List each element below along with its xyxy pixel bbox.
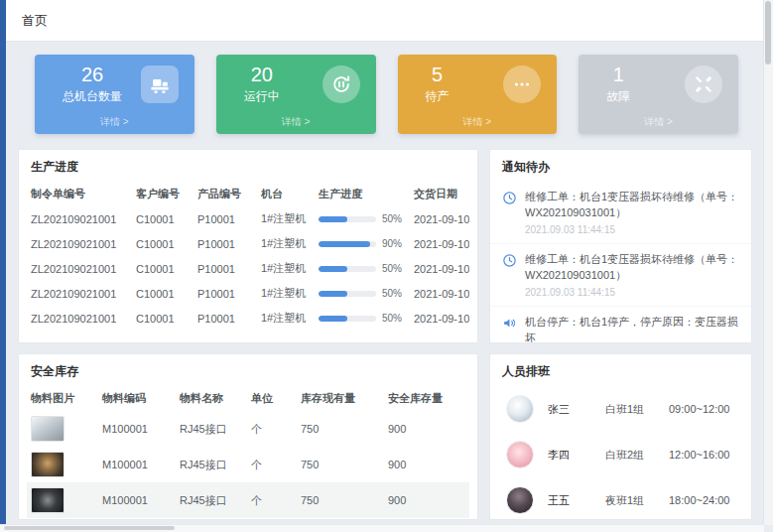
stat-card-running[interactable]: 20 运行中 详情 > <box>216 55 376 134</box>
stat-value: 26 <box>63 64 122 85</box>
production-row[interactable]: ZL202109021001 C10001 P10001 1#注塑机 50% 2… <box>27 206 469 231</box>
detail-link[interactable]: 详情 > <box>51 112 179 131</box>
col-material-image: 物料图片 <box>27 386 98 411</box>
cell-customer-no: C10001 <box>132 306 193 331</box>
stat-card-total-machines[interactable]: 26 总机台数量 详情 > <box>35 55 194 134</box>
stat-card-fault[interactable]: 1 故障 详情 > <box>579 55 738 134</box>
production-row[interactable]: ZL202109021001 C10001 P10001 1#注塑机 50% 2… <box>27 306 469 331</box>
col-product-no: 产品编号 <box>193 182 257 206</box>
stat-cards-row: 26 总机台数量 详情 > 20 运行中 详情 > <box>6 42 764 149</box>
cell-material-image <box>27 411 98 447</box>
notice-item[interactable]: 机台停产：机台1停产，停产原因：变压器损坏 2021.09.03 11:44:1… <box>490 307 751 343</box>
notice-time: 2021.09.03 11:44:15 <box>525 287 739 298</box>
material-photo <box>31 487 64 513</box>
cell-material-code: M100001 <box>98 411 176 447</box>
cell-order-no: ZL202109021001 <box>27 281 132 306</box>
cell-customer-no: C10001 <box>132 281 193 306</box>
col-progress: 生产进度 <box>315 182 410 206</box>
cell-material-image <box>27 482 98 518</box>
panel-title: 通知待办 <box>490 150 751 182</box>
machine-icon <box>141 66 179 103</box>
notice-body: 机台停产：机台1停产，停产原因：变压器损坏 2021.09.03 11:44:1… <box>525 315 739 343</box>
cell-delivery-date: 2021-09-10 <box>410 256 469 281</box>
notice-text: 维修工单：机台1变压器损坏待维修（单号：WX202109031001） <box>525 190 739 221</box>
person-name: 王五 <box>548 493 605 508</box>
notice-item[interactable]: 维修工单：机台1变压器损坏待维修（单号：WX202109031001） 2021… <box>490 182 751 244</box>
stat-info: 1 故障 <box>594 64 630 105</box>
person-time: 12:00~16:00 <box>669 449 729 461</box>
person-shift: 白班2组 <box>605 448 669 463</box>
cell-customer-no: C10001 <box>132 231 193 256</box>
sidebar-collapsed-strip[interactable] <box>0 0 6 525</box>
inventory-row[interactable]: M100001 RJ45接口 个 750 900 <box>27 411 469 447</box>
production-row[interactable]: ZL202109021001 C10001 P10001 1#注塑机 50% 2… <box>27 256 469 281</box>
progress-label: 50% <box>382 313 402 324</box>
cell-on-hand-qty: 750 <box>297 447 384 482</box>
stat-label: 待产 <box>426 88 450 105</box>
col-machine: 机台 <box>257 182 315 206</box>
inventory-row[interactable]: M100001 RJ45接口 个 750 900 <box>27 447 469 482</box>
cell-safety-qty: 900 <box>384 482 469 518</box>
fault-icon <box>685 66 722 103</box>
cell-material-name: RJ45接口 <box>176 411 247 447</box>
col-safety-qty: 安全库存量 <box>384 386 469 411</box>
inventory-row[interactable]: M100001 RJ45接口 个 750 900 <box>27 482 469 518</box>
schedule-row: 张三 白班1组 09:00~12:00 <box>490 386 751 432</box>
cell-material-name: RJ45接口 <box>176 482 247 518</box>
avatar <box>506 395 534 423</box>
cell-delivery-date: 2021-09-10 <box>410 231 469 256</box>
cell-material-code: M100001 <box>98 447 176 482</box>
horizontal-scrollbar[interactable] <box>0 524 764 532</box>
cell-order-no: ZL202109021001 <box>27 256 132 281</box>
stat-value: 20 <box>244 64 280 85</box>
cell-order-no: ZL202109021001 <box>27 206 132 231</box>
panel-title: 安全库存 <box>19 354 477 386</box>
cell-customer-no: C10001 <box>132 206 193 231</box>
progress-bar <box>319 216 376 222</box>
cell-order-no: ZL202109021001 <box>27 306 132 331</box>
cell-product-no: P10001 <box>193 206 257 231</box>
production-row[interactable]: ZL202109021001 C10001 P10001 1#注塑机 50% 2… <box>27 281 469 306</box>
inventory-header-row: 物料图片 物料编码 物料名称 单位 库存现有量 安全库存量 <box>27 386 469 411</box>
vertical-scrollbar[interactable] <box>763 0 773 525</box>
topbar: 首页 <box>6 0 764 42</box>
cell-safety-qty: 900 <box>384 447 469 482</box>
col-customer-no: 客户编号 <box>132 182 193 206</box>
col-material-name: 物料名称 <box>176 386 247 411</box>
horizontal-scrollbar-thumb[interactable] <box>4 526 175 530</box>
cell-progress: 90% <box>315 231 410 256</box>
detail-link[interactable]: 详情 > <box>232 112 360 131</box>
progress-label: 90% <box>382 238 402 249</box>
detail-link[interactable]: 详情 > <box>414 112 542 131</box>
detail-link[interactable]: 详情 > <box>594 112 722 131</box>
cell-product-no: P10001 <box>193 306 257 331</box>
vertical-scrollbar-thumb[interactable] <box>765 1 771 65</box>
stat-card-standby[interactable]: 5 待产 详情 > <box>398 55 558 134</box>
progress-bar <box>319 291 376 297</box>
cell-product-no: P10001 <box>193 256 257 281</box>
progress-bar <box>319 316 376 322</box>
col-on-hand-qty: 库存现有量 <box>297 386 384 411</box>
avatar <box>506 486 534 514</box>
col-order-no: 制令单编号 <box>27 182 132 206</box>
notice-body: 维修工单：机台1变压器损坏待维修（单号：WX202109031001） 2021… <box>525 190 739 235</box>
stat-info: 26 总机台数量 <box>51 64 122 105</box>
panel-notices: 通知待办 维修工单：机台1变压器损坏待维修（单号：WX202109031001）… <box>489 149 752 343</box>
stat-card-top: 5 待产 <box>414 64 542 105</box>
cell-machine: 1#注塑机 <box>257 206 315 231</box>
cell-progress: 50% <box>315 281 410 306</box>
cell-machine: 1#注塑机 <box>257 306 315 331</box>
progress-label: 50% <box>382 288 402 299</box>
notice-item[interactable]: 维修工单：机台1变压器损坏待维修（单号：WX202109031001） 2021… <box>490 244 751 307</box>
stat-card-top: 20 运行中 <box>232 64 360 105</box>
stat-card-top: 1 故障 <box>594 64 722 105</box>
production-header-row: 制令单编号 客户编号 产品编号 机台 生产进度 交货日期 <box>27 182 469 206</box>
cell-progress: 50% <box>315 306 410 331</box>
notice-time: 2021.09.03 11:44:15 <box>525 224 739 235</box>
panel-production-progress: 生产进度 制令单编号 客户编号 产品编号 机台 生产进度 交货日期 ZL2021 <box>18 149 478 343</box>
cell-product-no: P10001 <box>193 231 257 256</box>
cell-machine: 1#注塑机 <box>257 281 315 306</box>
production-row[interactable]: ZL202109021001 C10001 P10001 1#注塑机 90% 2… <box>27 231 469 256</box>
standby-icon <box>503 66 541 103</box>
tab-home[interactable]: 首页 <box>22 12 48 30</box>
